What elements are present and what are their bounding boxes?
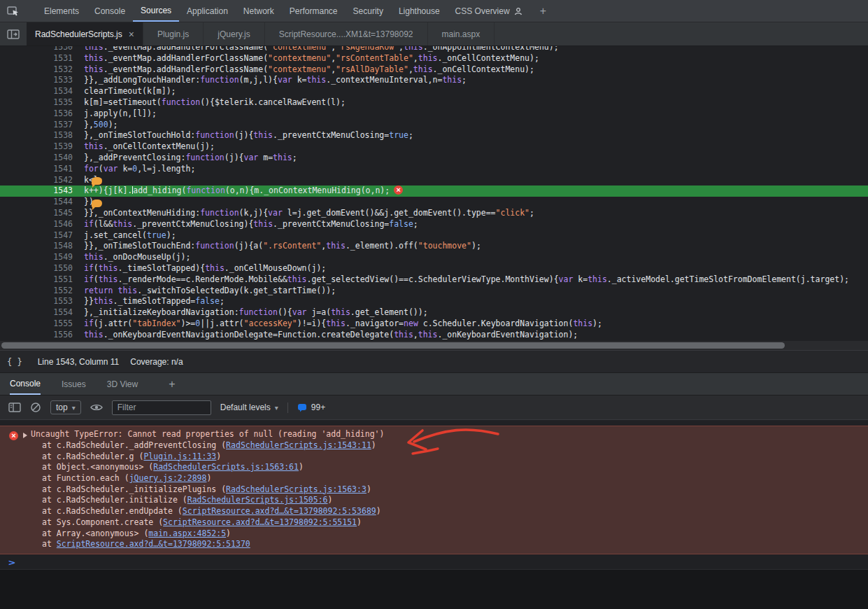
filter-input[interactable] [112, 400, 211, 415]
code-text[interactable]: if(this._renderMode==c.RenderMode.Mobile… [84, 274, 849, 286]
code-text[interactable]: j.apply(n,[l]); [84, 108, 157, 120]
code-text[interactable]: clearTimeout(k[m]); [84, 86, 176, 97]
line-number[interactable]: 1536 [0, 108, 73, 120]
panel-tab-console[interactable]: Console [87, 0, 133, 22]
code-text[interactable]: }},_addLongTouchHandler:function(m,j,l){… [84, 75, 467, 86]
editor-horizontal-scrollbar[interactable] [0, 341, 868, 350]
context-selector[interactable]: top [50, 400, 81, 414]
file-tab-main-aspx[interactable]: main.aspx [428, 22, 495, 46]
line-number[interactable]: 1545 [0, 208, 73, 219]
code-text[interactable]: if(this._timeSlotTapped){this._onCellMou… [84, 263, 326, 274]
code-text[interactable]: j.set_cancel(true); [84, 230, 176, 241]
more-panels-button[interactable]: + [530, 0, 556, 22]
line-number[interactable]: 1534 [0, 86, 73, 97]
drawer-tab-3d-view[interactable]: 3D View [107, 373, 138, 395]
line-number[interactable]: 1541 [0, 164, 73, 175]
panel-tab-css-overview[interactable]: CSS Overview [448, 0, 530, 22]
line-number[interactable]: 1532 [0, 64, 73, 76]
stack-link[interactable]: jQuery.js:2:2898 [129, 473, 207, 483]
stack-link[interactable]: RadSchedulerScripts.js:1563:3 [226, 484, 367, 494]
code-text[interactable]: }},_onTimeSlotTouchEnd:function(j){a(".r… [84, 241, 481, 252]
close-icon[interactable]: × [129, 30, 134, 38]
console-prompt[interactable]: > [0, 555, 868, 570]
line-number[interactable]: 1553 [0, 296, 73, 307]
panel-tab-security[interactable]: Security [346, 0, 391, 22]
source-editor[interactable]: 1530this._eventMap.addHandlerForClassNam… [0, 46, 868, 341]
line-number[interactable]: 1531 [0, 53, 73, 64]
code-text[interactable]: }},_onContextMenuHiding:function(k,j){va… [84, 208, 534, 219]
code-text[interactable]: for(var k=0,l=j.length; [84, 164, 195, 175]
line-number[interactable]: 1540 [0, 153, 73, 164]
file-tab-jquery-js[interactable]: jQuery.js [204, 22, 264, 46]
line-number[interactable]: 1556 [0, 330, 73, 341]
code-text[interactable]: },_initializeKeyboardNavigation:function… [84, 307, 428, 318]
stack-link[interactable]: Plugin.js:11:33 [143, 451, 216, 461]
line-number[interactable]: 1543 [0, 186, 73, 197]
code-text[interactable]: k++){j[k].add_hiding(function(o,n){m._on… [84, 186, 403, 197]
panel-tab-lighthouse[interactable]: Lighthouse [391, 0, 448, 22]
line-number[interactable]: 1542 [0, 175, 73, 186]
line-number[interactable]: 1551 [0, 274, 73, 286]
live-expression-eye-icon[interactable] [90, 403, 103, 412]
issues-counter[interactable]: 99+ [297, 402, 325, 412]
scrollbar-thumb[interactable] [1, 342, 785, 349]
line-number[interactable]: 1547 [0, 230, 73, 241]
drawer-tab-issues[interactable]: Issues [62, 373, 86, 395]
file-tab-plugin-js[interactable]: Plugin.js [143, 22, 204, 46]
expand-triangle-icon[interactable] [23, 433, 27, 438]
inspect-icon[interactable] [0, 0, 27, 22]
code-text[interactable]: this._eventMap.addHandlerForClassName("c… [84, 64, 534, 76]
code-text[interactable]: this._onDocMouseUp(j); [84, 252, 190, 263]
console-sidebar-icon[interactable] [8, 402, 21, 412]
code-text[interactable]: k[m]=setTimeout(function(){$telerik.canc… [84, 97, 346, 108]
code-text[interactable]: if(l&&this._preventCtxMenuClosing){this.… [84, 219, 418, 230]
panel-tab-network[interactable]: Network [236, 0, 282, 22]
line-number[interactable]: 1533 [0, 75, 73, 86]
panel-tab-performance[interactable]: Performance [282, 0, 346, 22]
panel-tab-application[interactable]: Application [179, 0, 236, 22]
code-text[interactable]: this._onCellContextMenu(j); [84, 141, 215, 153]
pretty-print-button[interactable]: { } [7, 357, 22, 367]
code-text[interactable]: this._onKeyboardEventNavigationDelegate=… [84, 330, 578, 341]
toggle-navigator-icon[interactable] [0, 22, 27, 46]
add-drawer-tab-button[interactable]: + [159, 373, 185, 395]
panel-tab-sources[interactable]: Sources [133, 0, 179, 22]
stack-link[interactable]: ScriptResource.axd?d…&t=13798092:5:55151 [163, 517, 357, 527]
stack-link[interactable]: main.aspx:4852:5 [148, 528, 226, 538]
file-tab-scriptresource-xm1-t-13798092[interactable]: ScriptResource....XM1&t=13798092 [265, 22, 428, 46]
line-number[interactable]: 1546 [0, 219, 73, 230]
drawer-tab-console[interactable]: Console [10, 373, 41, 395]
panel-tab-elements[interactable]: Elements [36, 0, 87, 22]
code-text[interactable]: return this._switchToSelectedDay(k.get_s… [84, 286, 336, 297]
code-text[interactable]: },_onTimeSlotTouchHold:function(j){this.… [84, 130, 413, 141]
code-text[interactable]: this._eventMap.addHandlerForClassName("c… [84, 46, 559, 53]
clear-console-icon[interactable] [30, 402, 41, 413]
stack-link[interactable]: RadSchedulerScripts.js:1505:6 [187, 495, 328, 505]
line-number[interactable]: 1537 [0, 120, 73, 131]
stack-link[interactable]: ScriptResource.axd?d…&t=13798092:5:51370 [57, 539, 250, 549]
line-number[interactable]: 1539 [0, 141, 73, 153]
log-levels-dropdown[interactable]: Default levels [220, 402, 278, 412]
line-number[interactable]: 1554 [0, 307, 73, 318]
line-number[interactable]: 1550 [0, 263, 73, 274]
stack-link[interactable]: ScriptResource.axd?d…&t=13798092:5:53689 [183, 506, 376, 516]
file-tab-radschedulerscripts-js[interactable]: RadSchedulerScripts.js× [27, 22, 143, 46]
stack-link[interactable]: RadSchedulerScripts.js:1543:11 [226, 440, 371, 450]
line-number[interactable]: 1530 [0, 46, 73, 53]
line-number[interactable]: 1544 [0, 197, 73, 208]
code-text[interactable]: this._eventMap.addHandlerForClassName("c… [84, 53, 539, 64]
code-text[interactable]: },_addPreventClosing:function(j){var m=t… [84, 153, 297, 164]
code-text[interactable]: }}this._timeSlotTapped=false; [84, 296, 225, 307]
logpoint-marker[interactable] [92, 177, 102, 185]
stack-link[interactable]: RadSchedulerScripts.js:1563:61 [153, 462, 299, 472]
line-error-icon[interactable] [394, 186, 403, 195]
logpoint-marker[interactable] [92, 200, 102, 207]
line-number[interactable]: 1535 [0, 97, 73, 108]
code-text[interactable]: if(j.attr("tabIndex")>=0||j.attr("access… [84, 318, 602, 330]
code-text[interactable]: },500); [84, 120, 118, 131]
line-number[interactable]: 1549 [0, 252, 73, 263]
line-number[interactable]: 1552 [0, 286, 73, 297]
line-number[interactable]: 1555 [0, 318, 73, 330]
line-number[interactable]: 1548 [0, 241, 73, 252]
line-number[interactable]: 1538 [0, 130, 73, 141]
